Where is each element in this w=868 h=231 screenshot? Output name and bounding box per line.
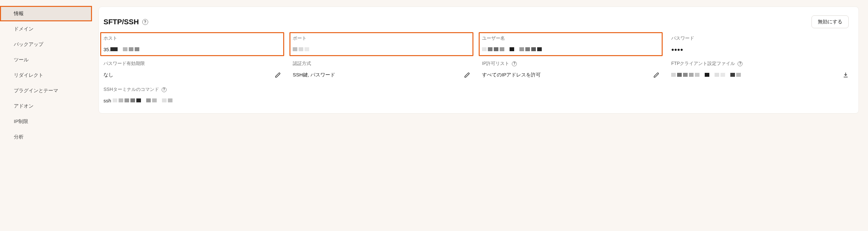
- edit-icon[interactable]: [653, 72, 659, 78]
- field-port-label: ポート: [293, 35, 307, 41]
- field-ip-allowlist: IP許可リスト ? すべてのIPアドレスを許可: [482, 61, 659, 78]
- download-icon[interactable]: [843, 72, 848, 78]
- sidebar-item-tools[interactable]: ツール: [0, 52, 92, 68]
- field-ftp-config-label: FTPクライアント設定ファイル: [671, 61, 735, 67]
- help-icon[interactable]: ?: [142, 19, 148, 25]
- redacted-icon: [482, 47, 542, 51]
- redacted-icon: [671, 73, 741, 77]
- main: SFTP/SSH ? 無効にする ホスト 35. ポート: [92, 0, 868, 231]
- redacted-icon: [293, 47, 309, 51]
- sidebar-item-plugins-themes[interactable]: プラグインとテーマ: [0, 83, 92, 98]
- edit-icon[interactable]: [464, 72, 470, 78]
- sidebar-item-ip-restrict[interactable]: IP制限: [0, 114, 92, 129]
- field-auth-method-label: 認証方式: [293, 61, 311, 67]
- redacted-icon: [111, 47, 139, 51]
- field-ssh-command-value: ssh: [103, 98, 173, 103]
- sidebar-item-backup[interactable]: バックアップ: [0, 37, 92, 52]
- field-port-value: [293, 46, 309, 52]
- field-auth-method: 認証方式 SSH鍵, パスワード: [293, 61, 470, 78]
- sidebar-item-redirect[interactable]: リダイレクト: [0, 68, 92, 83]
- help-icon[interactable]: ?: [738, 61, 743, 66]
- field-username: ユーザー名: [479, 32, 663, 56]
- field-password-value: ●●●●: [671, 46, 683, 52]
- sidebar-item-domain[interactable]: ドメイン: [0, 21, 92, 37]
- disable-button[interactable]: 無効にする: [811, 15, 848, 28]
- field-auth-method-value: SSH鍵, パスワード: [293, 72, 335, 78]
- field-password-expiry: パスワード有効期限 なし: [103, 61, 281, 78]
- help-icon[interactable]: ?: [162, 87, 166, 92]
- help-icon[interactable]: ?: [512, 61, 517, 66]
- redacted-icon: [113, 98, 173, 102]
- sidebar-item-analytics[interactable]: 分析: [0, 129, 92, 145]
- sidebar: 情報 ドメイン バックアップ ツール リダイレクト プラグインとテーマ アドオン…: [0, 0, 92, 231]
- field-ip-allowlist-value: すべてのIPアドレスを許可: [482, 72, 541, 78]
- field-password: パスワード ●●●●: [671, 35, 848, 52]
- field-username-value: [482, 46, 542, 52]
- field-host-label: ホスト: [103, 35, 117, 41]
- field-host-value: 35.: [103, 46, 139, 52]
- sftp-ssh-panel: SFTP/SSH ? 無効にする ホスト 35. ポート: [99, 6, 859, 113]
- field-password-label: パスワード: [671, 35, 694, 41]
- sidebar-item-info[interactable]: 情報: [0, 6, 92, 21]
- field-ssh-command: SSHターミナルのコマンド ? ssh: [103, 87, 848, 103]
- field-username-label: ユーザー名: [482, 35, 505, 41]
- field-ssh-command-label: SSHターミナルのコマンド: [103, 87, 159, 93]
- field-password-expiry-label: パスワード有効期限: [103, 61, 145, 67]
- field-host: ホスト 35.: [100, 32, 284, 56]
- field-ftp-config: FTPクライアント設定ファイル ?: [671, 61, 848, 78]
- field-password-expiry-value: なし: [103, 72, 113, 78]
- field-ip-allowlist-label: IP許可リスト: [482, 61, 509, 67]
- panel-title: SFTP/SSH: [103, 18, 139, 26]
- sidebar-item-addons[interactable]: アドオン: [0, 98, 92, 114]
- field-port: ポート: [289, 32, 473, 56]
- field-ftp-config-value: [671, 72, 741, 78]
- edit-icon[interactable]: [275, 72, 281, 78]
